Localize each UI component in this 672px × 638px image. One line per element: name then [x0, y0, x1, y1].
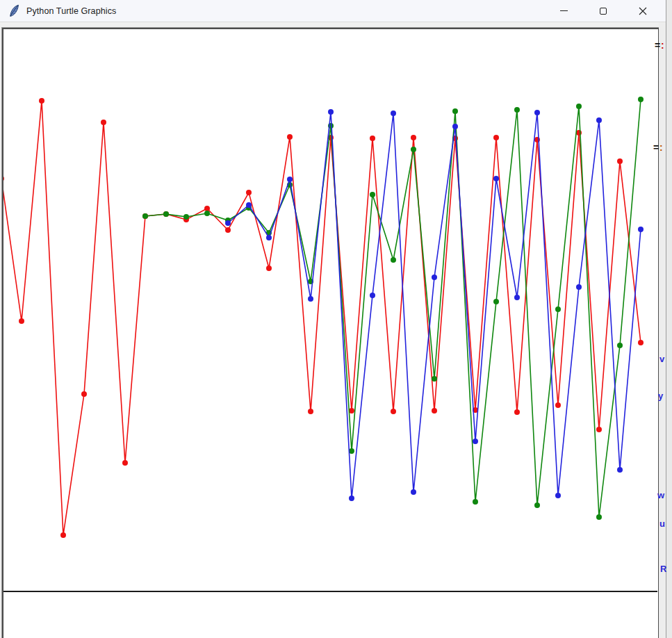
blue-data-point [452, 124, 458, 129]
clipped-text-fragment: u [659, 519, 665, 528]
blue-data-point [534, 110, 540, 115]
green-data-point [183, 214, 189, 220]
red-data-point [266, 265, 272, 271]
blue-data-point [391, 111, 396, 116]
blue-data-point [308, 296, 313, 302]
close-icon [639, 7, 647, 15]
tk-feather-icon [8, 4, 20, 17]
green-data-point [411, 147, 416, 152]
green-series-line [145, 99, 641, 517]
blue-data-point [514, 295, 520, 300]
turtle-plot [3, 29, 658, 638]
red-data-point [308, 409, 313, 414]
blue-data-point [370, 293, 375, 298]
red-data-point [493, 135, 499, 140]
blue-data-point [555, 493, 561, 498]
blue-data-point [328, 109, 334, 115]
close-button[interactable] [627, 0, 659, 22]
clipped-text-fragment: v [659, 354, 664, 363]
window-title: Python Turtle Graphics [26, 6, 116, 16]
red-data-point [246, 190, 252, 195]
green-data-point [514, 107, 520, 113]
red-data-point [617, 158, 623, 164]
clipped-text-fragment: R [660, 564, 666, 573]
green-data-point [452, 108, 458, 114]
blue-data-point [225, 220, 231, 226]
green-data-point [370, 192, 375, 197]
blue-data-point [596, 117, 602, 123]
blue-data-point [246, 202, 252, 208]
maximize-button[interactable] [587, 0, 619, 22]
window-edge-strip [659, 22, 666, 638]
blue-data-point [432, 275, 437, 280]
clipped-text-fragment: : [661, 40, 664, 50]
minimize-button[interactable] [548, 0, 580, 22]
maximize-icon [600, 8, 607, 15]
blue-data-point [266, 235, 272, 240]
clipped-text-fragment: y [658, 391, 663, 400]
blue-data-point [411, 489, 416, 495]
blue-data-point [473, 439, 478, 444]
green-data-point [391, 257, 396, 263]
red-data-point [638, 340, 644, 345]
green-data-point [617, 343, 623, 348]
red-data-point [225, 227, 231, 233]
clipped-text-fragment: = [655, 40, 659, 50]
red-data-point [432, 408, 437, 414]
red-data-point [101, 120, 106, 125]
blue-data-point [638, 227, 644, 232]
green-data-point [534, 502, 540, 508]
green-data-point [473, 499, 478, 505]
minimize-icon [560, 10, 568, 11]
red-data-point [60, 532, 66, 538]
green-data-point [596, 514, 602, 520]
red-data-point [122, 460, 128, 466]
red-data-point [204, 206, 210, 211]
red-data-point [555, 402, 561, 408]
green-data-point [493, 299, 499, 304]
green-data-point [204, 211, 210, 216]
red-data-point [411, 135, 416, 140]
red-data-point [391, 409, 396, 414]
green-data-point [432, 376, 437, 382]
blue-data-point [287, 177, 293, 182]
red-data-point [39, 98, 44, 104]
red-data-point [370, 136, 375, 141]
blue-data-point [617, 467, 623, 473]
green-data-point [638, 97, 644, 102]
blue-series-line [228, 112, 641, 498]
green-data-point [576, 104, 582, 109]
red-data-point [3, 176, 4, 181]
blue-data-point [493, 176, 499, 181]
clipped-text-fragment: = [653, 142, 658, 152]
blue-data-point [349, 496, 354, 501]
clipped-text-fragment: w [657, 491, 664, 500]
blue-data-point [576, 284, 582, 290]
clipped-text-fragment: : [659, 142, 662, 152]
red-series-line [3, 101, 641, 535]
green-data-point [142, 213, 148, 219]
red-data-point [287, 134, 293, 140]
red-data-point [514, 409, 520, 415]
green-data-point [163, 211, 169, 217]
green-data-point [555, 306, 561, 312]
red-data-point [19, 318, 24, 324]
turtle-drawing-canvas [2, 28, 659, 638]
red-data-point [596, 427, 602, 432]
red-data-point [81, 391, 87, 397]
background-app-strip [666, 0, 672, 638]
